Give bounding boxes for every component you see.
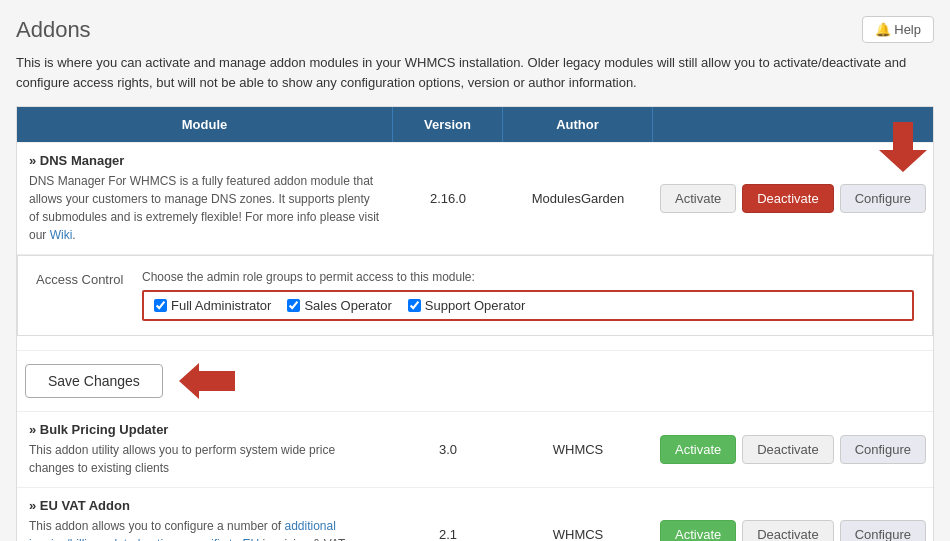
save-changes-button[interactable]: Save Changes [25, 364, 163, 398]
sales-operator-checkbox[interactable] [287, 299, 300, 312]
full-admin-label: Full Administrator [171, 298, 271, 313]
access-choose-text: Choose the admin role groups to permit a… [142, 270, 914, 284]
module-name: » DNS Manager [29, 153, 381, 168]
configure-button-dns[interactable]: Configure [840, 184, 926, 213]
access-control-label: Access Control [36, 270, 126, 287]
left-arrow-icon [179, 363, 235, 399]
access-control-section: Access Control Choose the admin role gro… [17, 255, 933, 336]
table-row: » DNS Manager DNS Manager For WHMCS is a… [17, 142, 933, 254]
save-row: Save Changes [17, 350, 933, 411]
access-checkboxes: Full Administrator Sales Operator Suppor… [142, 290, 914, 321]
down-arrow-icon [879, 122, 927, 172]
module-version: 2.16.0 [393, 181, 503, 216]
page-title: Addons [16, 17, 91, 43]
module-desc: DNS Manager For WHMCS is a fully feature… [29, 172, 381, 244]
col-module: Module [17, 107, 393, 142]
support-operator-checkbox[interactable] [408, 299, 421, 312]
module-name: » Bulk Pricing Updater [29, 422, 381, 437]
svg-marker-0 [879, 122, 927, 172]
access-control-content: Choose the admin role groups to permit a… [142, 270, 914, 321]
page-description: This is where you can activate and manag… [16, 53, 934, 92]
deactivate-button-eu-vat[interactable]: Deactivate [742, 520, 833, 541]
module-info: » EU VAT Addon This addon allows you to … [17, 488, 393, 541]
module-version: 2.1 [393, 517, 503, 541]
module-desc: This addon allows you to configure a num… [29, 517, 381, 541]
support-operator-option[interactable]: Support Operator [408, 298, 525, 313]
configure-button-eu-vat[interactable]: Configure [840, 520, 926, 541]
access-control-row: Access Control Choose the admin role gro… [17, 254, 933, 336]
sales-operator-option[interactable]: Sales Operator [287, 298, 391, 313]
activate-button-bulk[interactable]: Activate [660, 435, 736, 464]
full-admin-checkbox[interactable] [154, 299, 167, 312]
page-header: Addons 🔔 Help [16, 16, 934, 43]
module-version: 3.0 [393, 432, 503, 467]
addons-table: Module Version Author » DNS Manager DNS … [16, 106, 934, 541]
full-admin-option[interactable]: Full Administrator [154, 298, 271, 313]
deactivate-button-dns[interactable]: Deactivate [742, 184, 833, 213]
module-info: » DNS Manager DNS Manager For WHMCS is a… [17, 143, 393, 254]
module-author: WHMCS [503, 517, 653, 541]
module-name: » EU VAT Addon [29, 498, 381, 513]
module-actions: Activate Deactivate Configure [653, 425, 933, 474]
col-author: Author [503, 107, 653, 142]
table-row: » EU VAT Addon This addon allows you to … [17, 487, 933, 541]
module-desc: This addon utility allows you to perform… [29, 441, 381, 477]
table-row: » Bulk Pricing Updater This addon utilit… [17, 411, 933, 487]
help-button[interactable]: 🔔 Help [862, 16, 934, 43]
module-actions: Activate Deactivate Configure [653, 174, 933, 223]
module-info: » Bulk Pricing Updater This addon utilit… [17, 412, 393, 487]
deactivate-button-bulk[interactable]: Deactivate [742, 435, 833, 464]
table-header: Module Version Author [17, 107, 933, 142]
module-actions: Activate Deactivate Configure [653, 510, 933, 541]
configure-button-bulk[interactable]: Configure [840, 435, 926, 464]
svg-marker-1 [179, 363, 235, 399]
activate-button[interactable]: Activate [660, 184, 736, 213]
module-author: WHMCS [503, 432, 653, 467]
support-operator-label: Support Operator [425, 298, 525, 313]
sales-operator-label: Sales Operator [304, 298, 391, 313]
col-version: Version [393, 107, 503, 142]
activate-button-eu-vat[interactable]: Activate [660, 520, 736, 541]
module-author: ModulesGarden [503, 181, 653, 216]
wiki-link[interactable]: Wiki [50, 228, 73, 242]
